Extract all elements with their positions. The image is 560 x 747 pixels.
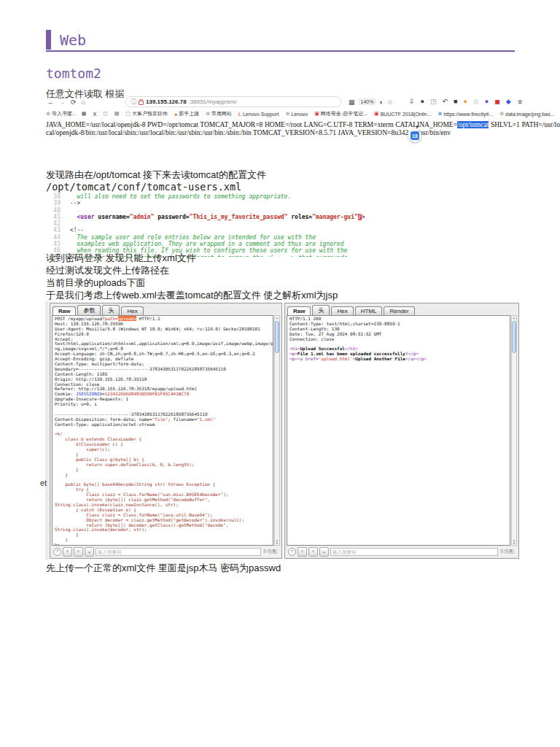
doc-title: tomtom2 <box>46 66 101 81</box>
insecure-lock-icon <box>139 101 144 105</box>
bookmark-item[interactable]: ●新手上路 <box>174 110 199 117</box>
bookmark-label: BUUCTF 2018|Onlin... <box>381 112 432 117</box>
request-tabs: Raw参数头Hex <box>52 304 280 315</box>
dark-square-icon[interactable]: ■ <box>454 98 457 105</box>
search-prev-button[interactable]: ‹ <box>298 547 307 557</box>
bookmark-item[interactable]: ⊕常用网站 <box>206 110 232 117</box>
env-output: JAVA_HOME=/usr/local/openjdk-8 PWD=/opt/… <box>46 121 560 137</box>
bookmark-favicon: ● <box>174 112 177 117</box>
forward-icon[interactable]: → <box>59 98 66 106</box>
url-host: 139.155.126.78 <box>146 98 187 105</box>
bookmark-item[interactable]: X <box>93 112 96 117</box>
search-help-icon[interactable]: ? <box>53 548 61 556</box>
message-line: 44 The sample user and role entries belo… <box>46 234 518 241</box>
bookmark-favicon: X <box>93 112 96 117</box>
ghost-icon[interactable]: ◍ <box>473 98 479 105</box>
paragraph-line: 读到密码登录 发现只能上传xml文件 <box>46 252 338 264</box>
scroll-down-icon[interactable]: ▲▼ <box>275 539 279 545</box>
bookmark-item[interactable]: ⊕Lenovo <box>285 111 308 117</box>
bookmark-star-icon[interactable]: ☆ <box>387 98 393 106</box>
tab-参数[interactable]: 参数 <box>77 305 101 316</box>
body-paragraphs: 读到密码登录 发现只能上传xml文件 经过测试发现文件上传路径在 当前目录的up… <box>46 252 338 301</box>
burp-response-panel: Raw头HexHTMLRender HTTP/1.1 200Content-Ty… <box>284 303 519 559</box>
response-content[interactable]: HTTP/1.1 200Content-Type: text/html;char… <box>287 315 510 546</box>
tab-头[interactable]: 头 <box>312 305 330 316</box>
bookmark-item[interactable]: ▣BUUCTF 2018|Onlin... <box>374 111 432 117</box>
red-badge-icon[interactable]: ◼ <box>494 98 499 105</box>
message-line: String.class).invoke(decoder, str); <box>55 527 273 533</box>
blue-shield-icon[interactable]: ◆ <box>506 98 511 105</box>
scrollbar-thumb[interactable] <box>512 321 516 353</box>
bookmark-favicon: ▦ <box>82 111 87 117</box>
message-line: Firefox/129.0 <box>55 332 273 337</box>
response-scrollbar[interactable]: ▲ ▲▼ <box>511 315 517 546</box>
scrollbar-thumb[interactable] <box>275 321 279 353</box>
bookmark-item[interactable]: ⊕data:image/png;bas... <box>499 111 554 117</box>
bookmark-label: 网络安全-自学笔记... <box>321 110 368 117</box>
search-input[interactable] <box>330 548 498 556</box>
burp-request-panel: Raw参数头Hex POST /myapp/upload?path=upload… <box>50 303 282 559</box>
translate-badge-label: 18 <box>411 131 419 140</box>
menu-icon[interactable]: ≡ <box>518 98 523 106</box>
reload-icon[interactable]: ⟳ <box>71 98 77 106</box>
tag-icon[interactable]: ◳ <box>430 98 437 105</box>
bookmark-favicon: ◫ <box>103 111 108 117</box>
bookmark-favicon: L <box>238 112 241 117</box>
bookmark-item[interactable]: ⊕导入书签.. <box>46 110 75 117</box>
zoom-level[interactable]: 140% <box>359 98 376 105</box>
tab-头[interactable]: 头 <box>102 305 120 316</box>
selection-translate-badge[interactable]: ◤ 18 <box>408 129 421 142</box>
paragraph-line: 当前目录的uploads下面 <box>46 276 338 289</box>
bookmark-item[interactable]: ▦ <box>82 111 87 117</box>
bookmark-item[interactable]: ◫ <box>103 111 108 117</box>
left-margin-strip <box>45 301 49 560</box>
bookmark-item[interactable]: ▢大客户预装软件 <box>125 110 168 117</box>
bookmark-item[interactable]: ▣网络安全-自学笔记... <box>314 110 368 117</box>
bookmark-item[interactable]: ⊕https://www.firecity#... <box>438 111 494 117</box>
paragraph-line: 于是我们考虑上传web.xml去覆盖tomcat的配置文件 使之解析xml为js… <box>46 289 338 301</box>
scroll-up-icon[interactable]: ▲ <box>512 316 516 320</box>
bookmark-label: 导入书签.. <box>52 110 75 117</box>
message-line: 45 examples web application. They are wr… <box>46 241 518 247</box>
page-header-title: Web <box>60 31 86 49</box>
download-icon[interactable]: ⇩ <box>409 98 415 105</box>
browser-nav-buttons: ← → ⟳ ⌂ <box>47 98 85 106</box>
message-line <box>55 427 273 433</box>
url-bar[interactable]: ⓘ 139.155.126.78:38651/myapp/env <box>125 96 341 107</box>
bookmark-favicon: ⊕ <box>438 111 443 117</box>
search-prev-button[interactable]: ‹ <box>63 547 72 557</box>
search-next-button[interactable]: › <box>74 547 83 557</box>
request-scrollbar[interactable]: ▲ ▲▼ <box>274 315 280 546</box>
purple-orb-icon[interactable]: ● <box>485 98 489 105</box>
shield-icon[interactable]: ◐ <box>379 98 383 106</box>
bookmark-item[interactable]: LLenovo Support <box>238 112 279 117</box>
message-line: } <box>55 533 273 538</box>
bookmark-favicon: ▤ <box>114 111 120 117</box>
scroll-down-icon[interactable]: ▲▼ <box>512 539 516 545</box>
scroll-up-icon[interactable]: ▲ <box>275 316 279 320</box>
search-input[interactable] <box>96 548 261 556</box>
mouse-cursor-icon: ◤ <box>416 124 420 129</box>
search-next-button[interactable]: › <box>308 547 318 557</box>
search-options-button[interactable]: ⌄ <box>85 547 94 557</box>
qr-icon[interactable]: ▦ <box>349 98 355 106</box>
search-help-icon[interactable]: ? <box>288 548 296 556</box>
url-path: :38651/myapp/env <box>189 98 237 105</box>
search-options-button[interactable]: ⌄ <box>319 547 329 557</box>
message-line: 43 <!-- <box>46 227 518 233</box>
paragraph-line: 经过测试发现文件上传路径在 <box>46 264 338 276</box>
bookmark-label: data:image/png;bas... <box>505 112 554 117</box>
tomcat-users-path: /opt/tomcat/conf/tomcat-users.xml <box>46 181 241 193</box>
undo-icon[interactable]: ↶ <box>442 98 448 105</box>
message-line: %> <box>55 543 273 546</box>
bookmark-favicon: ⊕ <box>499 111 504 117</box>
bookmark-label: 新手上路 <box>179 110 199 117</box>
bookmark-item[interactable]: ▤ <box>114 111 120 117</box>
back-icon[interactable]: ← <box>47 98 54 106</box>
request-content[interactable]: POST /myapp/upload?path=uploads HTTP/1.1… <box>52 315 273 546</box>
home-icon[interactable]: ⌂ <box>82 98 85 106</box>
site-info-icon[interactable]: ⓘ <box>131 98 136 106</box>
adblock-icon[interactable]: ● <box>420 98 424 105</box>
document-page: Web tomtom2 任意文件读取 根据 ← → ⟳ ⌂ ⓘ 139.155.… <box>0 0 560 747</box>
fox-icon[interactable]: ● <box>463 98 467 105</box>
